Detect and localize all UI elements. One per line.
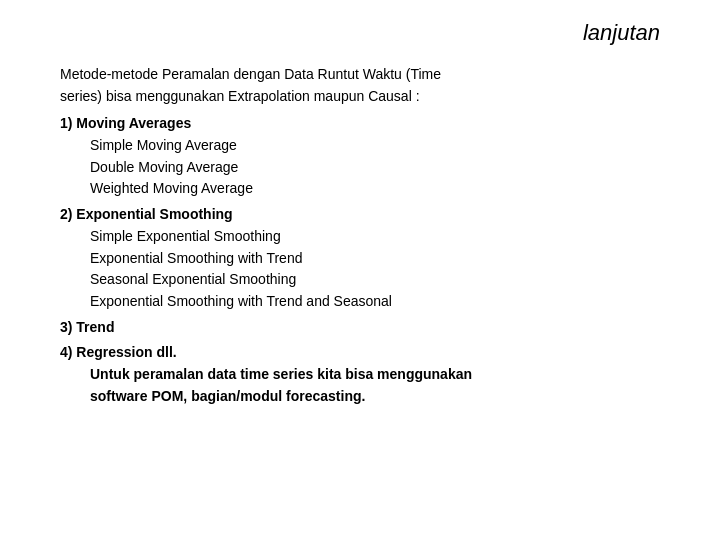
section1-item-1: Simple Moving Average [90,135,660,157]
section2-header: 2) Exponential Smoothing [60,204,660,226]
section2-item-2: Exponential Smoothing with Trend [90,248,660,270]
section1-item-3: Weighted Moving Average [90,178,660,200]
closing-line1: Untuk peramalan data time series kita bi… [90,364,660,407]
section4: 4) Regression dll. Untuk peramalan data … [60,342,660,407]
section2-item-1: Simple Exponential Smoothing [90,226,660,248]
section2: 2) Exponential Smoothing Simple Exponent… [60,204,660,312]
section1: 1) Moving Averages Simple Moving Average… [60,113,660,200]
section3: 3) Trend [60,317,660,339]
page-title: lanjutan [60,20,660,46]
intro-line1: Metode-metode Peramalan dengan Data Runt… [60,66,441,82]
section3-header: 3) Trend [60,317,660,339]
section1-header: 1) Moving Averages [60,113,660,135]
page: lanjutan Metode-metode Peramalan dengan … [0,0,720,540]
intro-block: Metode-metode Peramalan dengan Data Runt… [60,64,660,107]
closing-text-1: Untuk peramalan data time series kita bi… [90,366,472,382]
section4-header: 4) Regression dll. [60,342,660,364]
section1-item-2: Double Moving Average [90,157,660,179]
closing-text-2: software POM, bagian/modul forecasting. [90,388,365,404]
intro-line2: series) bisa menggunakan Extrapolation m… [60,88,420,104]
section2-item-4: Exponential Smoothing with Trend and Sea… [90,291,660,313]
section2-item-3: Seasonal Exponential Smoothing [90,269,660,291]
content-area: Metode-metode Peramalan dengan Data Runt… [60,64,660,407]
